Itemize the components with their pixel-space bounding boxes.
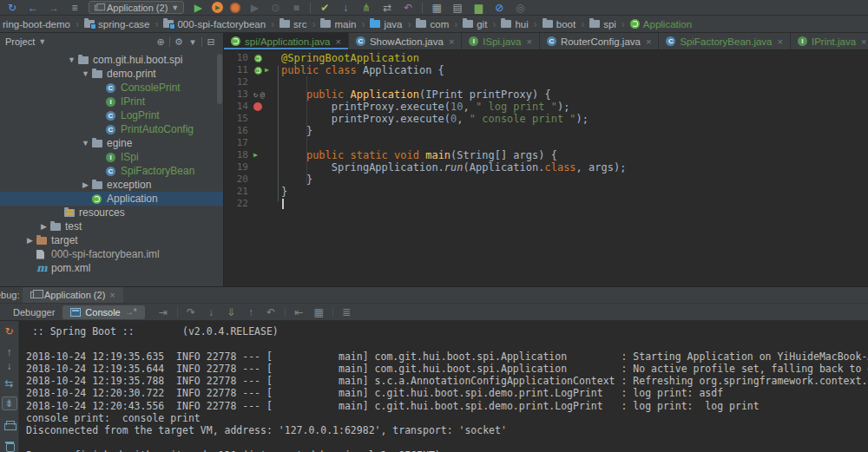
rerun-icon[interactable]: ↻ — [2, 325, 17, 337]
show-execution-point-icon[interactable]: ⇥ — [154, 306, 174, 318]
code-editor[interactable]: 10@SpringBootApplication11▶public class … — [224, 50, 868, 286]
project-panel-title[interactable]: Project — [5, 36, 35, 47]
breakpoint-icon[interactable] — [253, 102, 262, 111]
close-icon[interactable]: × — [778, 36, 783, 47]
tree-item-com-git-hui-boot-spi[interactable]: ▼com.git.hui.boot.spi — [0, 53, 223, 67]
project-structure-icon[interactable]: ▦ — [430, 1, 444, 14]
breadcrumb-item[interactable]: git — [461, 19, 489, 29]
breadcrumb-item[interactable]: Application — [628, 19, 694, 29]
print-icon[interactable] — [2, 419, 17, 431]
code-line[interactable]: 14 printProxy.execute(10, " log print ")… — [224, 101, 868, 113]
breadcrumb-item[interactable]: src — [278, 19, 308, 29]
attach-profiler-icon[interactable]: ⊙ — [268, 1, 282, 14]
code-line[interactable]: 15 printProxy.execute(0, " console print… — [224, 113, 868, 125]
rollback-icon[interactable]: ↶ — [401, 1, 415, 14]
scrollbar-thumb[interactable] — [217, 54, 222, 104]
tree-item-exception[interactable]: ▶exception — [0, 178, 223, 192]
statistics-icon[interactable]: ▆ — [471, 1, 485, 14]
debug-icon[interactable] — [230, 3, 240, 13]
breadcrumb-item[interactable]: spi — [588, 19, 618, 29]
back-icon[interactable]: ← — [26, 1, 40, 14]
tree-item-demo-print[interactable]: ▼demo.print — [0, 67, 223, 81]
scroll-to-end-icon[interactable]: ⇟ — [2, 396, 17, 410]
run-configuration-select[interactable]: Application (2) ▼ — [89, 1, 184, 14]
code-line[interactable]: 16 } — [224, 125, 868, 137]
breadcrumb-item[interactable]: ring-boot-demo — [1, 19, 72, 29]
breadcrumb-item[interactable]: 000-spi-factorybean — [161, 19, 267, 29]
tree-expand-arrow[interactable]: ▶ — [37, 222, 50, 231]
close-icon[interactable]: × — [526, 36, 531, 47]
evaluate-expression-icon[interactable]: ▦ — [309, 306, 329, 318]
tree-item-application[interactable]: Application — [0, 192, 223, 206]
settings-layout-icon[interactable]: ≣ — [337, 306, 357, 318]
stacktrace-up-icon[interactable]: ↑ — [2, 346, 17, 358]
code-line[interactable]: 12 — [224, 76, 868, 88]
vcs-push-icon[interactable]: ⋔ — [359, 1, 373, 14]
tab-console[interactable]: Console →* — [62, 305, 144, 319]
code-line[interactable]: 20 } — [224, 174, 868, 186]
clear-all-icon[interactable] — [2, 440, 17, 452]
profile-icon[interactable]: ▶ — [247, 1, 261, 14]
tree-item-spifactorybean[interactable]: CSpiFactoryBean — [0, 164, 223, 178]
tree-item-target[interactable]: ▶target — [0, 233, 223, 247]
run-icon[interactable]: ▶ — [191, 1, 205, 14]
tab-spifactorybean-java[interactable]: CSpiFactoryBean.java× — [659, 33, 791, 49]
save-all-icon[interactable]: ▤ — [450, 1, 464, 14]
tree-item-test[interactable]: ▶test — [0, 219, 223, 233]
locate-file-icon[interactable]: ⊕ — [154, 36, 168, 48]
breadcrumb-item[interactable]: boot — [541, 19, 577, 29]
code-line[interactable]: 19 SpringApplication.run(Application.cla… — [224, 161, 868, 174]
run-gutter-icon[interactable]: ▶ — [253, 149, 258, 161]
close-icon[interactable]: × — [861, 36, 866, 47]
run-gutter-icon[interactable]: ▶ — [265, 64, 269, 76]
profiler-icon[interactable]: ◎ — [513, 1, 527, 14]
tree-expand-arrow[interactable]: ▼ — [65, 56, 78, 64]
code-line[interactable]: 18▶ public static void main(String[] arg… — [224, 149, 868, 161]
soft-wrap-icon[interactable]: ⇆ — [2, 377, 17, 390]
chevron-down-icon[interactable]: ▾ — [186, 36, 200, 48]
tab-iprint-java[interactable]: IIPrint.java× — [791, 33, 868, 49]
code-line[interactable]: 13↻@ public Application(IPrint printProx… — [224, 88, 868, 101]
code-line[interactable]: 10@SpringBootApplication — [224, 52, 868, 64]
tree-expand-arrow[interactable]: ▶ — [79, 180, 92, 189]
run-config-settings-icon[interactable]: ≡ — [68, 1, 82, 14]
breadcrumb-item[interactable]: hui — [499, 19, 529, 29]
close-icon[interactable]: × — [109, 290, 115, 300]
commit-icon[interactable]: ✔ — [318, 1, 332, 14]
tab-spi-application-java[interactable]: spi/Application.java× — [224, 33, 349, 49]
tree-item-ispi[interactable]: IISpi — [0, 150, 223, 164]
breadcrumb-item[interactable]: main — [319, 19, 358, 29]
step-out-icon[interactable]: ↑ — [241, 306, 261, 318]
tab-showaction-java[interactable]: CShowAction.java× — [349, 33, 462, 49]
close-icon[interactable]: × — [646, 36, 651, 47]
tree-item-000-spi-factorybean-iml[interactable]: 000-spi-factorybean.iml — [0, 247, 223, 261]
breadcrumb-item[interactable]: spring-case — [82, 19, 151, 29]
tree-item-pom-xml[interactable]: mpom.xml — [0, 261, 223, 275]
run-to-cursor-icon[interactable]: ⇤ — [289, 306, 309, 318]
force-step-into-icon[interactable]: ⇓ — [221, 306, 241, 318]
hide-panel-icon[interactable]: ⊟ — [204, 36, 218, 48]
stacktrace-down-icon[interactable]: ↓ — [2, 360, 17, 372]
drop-frame-icon[interactable]: ↶ — [261, 306, 281, 318]
gear-icon[interactable]: ⚙ — [172, 36, 186, 48]
code-line[interactable]: 17 — [224, 137, 868, 149]
diff-icon[interactable]: ⇄ — [380, 1, 394, 14]
step-into-icon[interactable]: ↓ — [201, 306, 221, 318]
sync-icon[interactable]: ↻ — [5, 1, 19, 14]
tree-expand-arrow[interactable]: ▶ — [23, 236, 36, 245]
tab-ispi-java[interactable]: IISpi.java× — [462, 33, 540, 49]
tree-item-egine[interactable]: ▼egine — [0, 136, 223, 150]
tab-debugger[interactable]: Debugger — [5, 305, 62, 319]
step-over-icon[interactable]: ↷ — [181, 306, 201, 318]
spring-bean-gutter-icon[interactable] — [254, 55, 262, 62]
debug-session-tab[interactable]: Application (2) × — [23, 287, 123, 303]
run-with-coverage-icon[interactable]: ▶ — [212, 2, 223, 13]
code-line[interactable]: 21} — [224, 186, 868, 198]
stop-icon[interactable]: ■ — [289, 1, 303, 14]
tree-item-consoleprint[interactable]: CConsolePrint — [0, 81, 223, 95]
close-icon[interactable]: × — [449, 36, 454, 47]
code-line[interactable]: 22 — [224, 198, 868, 210]
spring-bean-gutter-icon[interactable] — [254, 67, 262, 75]
tree-item-printautoconfig[interactable]: CPrintAutoConfig — [0, 122, 223, 136]
vcs-update-icon[interactable]: ↓ — [339, 1, 352, 14]
